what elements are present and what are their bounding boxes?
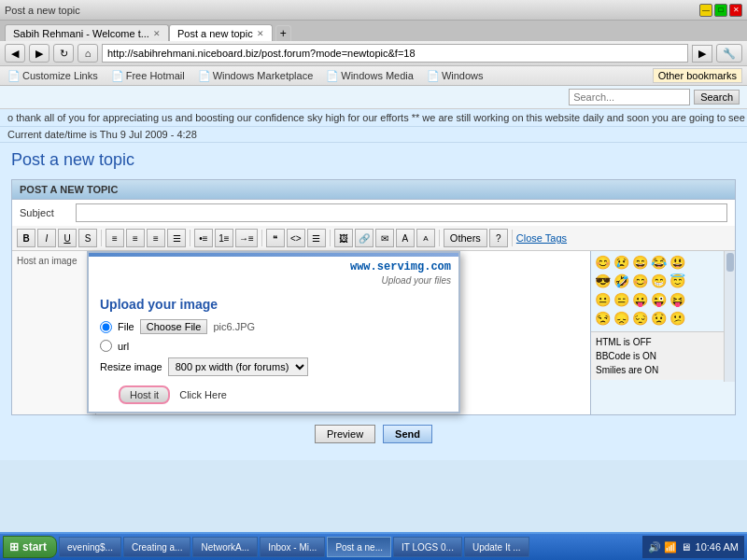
choose-file-btn[interactable]: Choose File	[140, 319, 208, 334]
underline-btn[interactable]: U	[58, 229, 77, 247]
page-search-input[interactable]	[569, 89, 690, 105]
color-btn[interactable]: A	[396, 229, 415, 247]
minimize-btn[interactable]: —	[699, 4, 712, 17]
toolbar-separator-4	[330, 230, 331, 246]
align-right-btn[interactable]: ≡	[147, 229, 165, 247]
smiley-9[interactable]: 😁	[650, 273, 667, 289]
url-btn[interactable]: 🔗	[355, 229, 374, 247]
smiley-5[interactable]: 😃	[669, 254, 685, 271]
italic-btn[interactable]: I	[37, 229, 56, 247]
post-panel-header: POST A NEW TOPIC	[12, 180, 735, 200]
smiley-13[interactable]: 😛	[631, 291, 648, 308]
smilies-status: HTML is OFF BBCode is ON Smilies are ON	[591, 331, 735, 380]
smiley-1[interactable]: 😊	[594, 254, 611, 271]
fav-media-icon: 📄	[326, 70, 339, 82]
toolbar-separator-2	[190, 230, 190, 246]
toolbar-separator-6	[512, 230, 513, 246]
preview-btn[interactable]: Preview	[315, 425, 375, 443]
forward-btn[interactable]: ▶	[29, 44, 49, 63]
home-btn[interactable]: ⌂	[78, 44, 98, 63]
new-tab-btn[interactable]: +	[275, 25, 291, 41]
quote-btn[interactable]: ❝	[266, 229, 285, 247]
tab-2-close[interactable]: ✕	[257, 29, 264, 38]
subject-label: Subject	[20, 207, 76, 218]
url-label[interactable]: url	[118, 341, 129, 352]
help-btn[interactable]: ?	[489, 229, 508, 247]
bold-btn[interactable]: B	[17, 229, 35, 247]
other-bookmarks-label: Other bookmarks	[658, 70, 737, 81]
subject-input[interactable]	[76, 203, 727, 222]
go-btn[interactable]: ▶	[692, 45, 712, 63]
others-btn[interactable]: Others	[444, 229, 487, 247]
url-radio[interactable]	[100, 340, 112, 352]
smiley-3[interactable]: 😄	[631, 254, 648, 271]
browser-tabs: Sabih Rehmani - Welcome t... ✕ Post a ne…	[0, 21, 747, 41]
smiley-7[interactable]: 🤣	[613, 273, 629, 289]
smilies-on-status: Smilies are ON	[596, 363, 730, 377]
browser-titlebar: Post a new topic — □ ✕	[0, 0, 747, 21]
img-btn[interactable]: 🖼	[334, 229, 353, 247]
strikethrough-btn[interactable]: S	[78, 229, 97, 247]
smilies-scrollbar[interactable]	[724, 251, 735, 382]
fav-media[interactable]: 📄 Windows Media	[323, 69, 416, 83]
smilies-scroll-area: 😊 😢 😄 😂 😃 😎 🤣 😊 😁 😇 😐	[591, 251, 735, 331]
code-btn[interactable]: <>	[287, 229, 305, 247]
resize-label: Resize image	[100, 361, 162, 372]
smiley-12[interactable]: 😑	[613, 291, 629, 308]
align-left-btn[interactable]: ≡	[106, 229, 124, 247]
close-tags-btn[interactable]: Close Tags	[516, 232, 567, 244]
maximize-btn[interactable]: □	[714, 4, 727, 17]
file-option: File Choose File pic6.JPG	[100, 319, 447, 334]
smiley-2[interactable]: 😢	[613, 254, 629, 271]
tab-1-label: Sabih Rehmani - Welcome t...	[13, 28, 149, 39]
fav-windows-icon: 📄	[427, 70, 440, 82]
smiley-11[interactable]: 😐	[594, 291, 611, 308]
editor-container: Host an image www.servimg.com Upload you…	[12, 251, 735, 414]
resize-select[interactable]: 800 px width (for forums) 640 px width 4…	[168, 357, 308, 376]
align-center-btn[interactable]: ≡	[126, 229, 145, 247]
scrollbar-thumb	[726, 253, 734, 272]
file-label[interactable]: File	[118, 321, 134, 332]
tab-2[interactable]: Post a new topic ✕	[169, 24, 273, 41]
address-bar[interactable]	[102, 44, 688, 63]
list-number-btn[interactable]: 1≡	[215, 229, 233, 247]
smilies-row-2: 😎 🤣 😊 😁 😇	[594, 273, 732, 289]
smiley-4[interactable]: 😂	[650, 254, 667, 271]
fav-marketplace[interactable]: 📄 Windows Marketplace	[195, 69, 317, 83]
host-btn-row: Host it Click Here	[100, 385, 447, 404]
smiley-8[interactable]: 😊	[631, 273, 648, 289]
html-status: HTML is OFF	[596, 335, 730, 349]
file-radio[interactable]	[100, 321, 112, 333]
smiley-10[interactable]: 😇	[669, 273, 685, 289]
email-btn[interactable]: ✉	[375, 229, 394, 247]
list-bullet-btn[interactable]: •≡	[194, 229, 213, 247]
list3-btn[interactable]: ☰	[307, 229, 326, 247]
smiley-17[interactable]: 😞	[613, 310, 629, 327]
smiley-15[interactable]: 😝	[669, 291, 685, 308]
fav-windows[interactable]: 📄 Windows	[424, 69, 486, 83]
smiley-20[interactable]: 😕	[669, 310, 685, 327]
tab-1[interactable]: Sabih Rehmani - Welcome t... ✕	[5, 24, 169, 41]
host-it-btn[interactable]: Host it	[119, 385, 170, 404]
tab-1-close[interactable]: ✕	[153, 29, 161, 38]
close-btn[interactable]: ✕	[729, 4, 742, 17]
smiley-16[interactable]: 😒	[594, 310, 611, 327]
align-justify-btn[interactable]: ☰	[167, 229, 186, 247]
tools-btn[interactable]: 🔧	[716, 44, 742, 63]
back-btn[interactable]: ◀	[5, 44, 25, 63]
upload-body: Upload your image File Choose File pic6.…	[89, 289, 458, 412]
size-btn[interactable]: A	[416, 229, 435, 247]
fav-hotmail[interactable]: 📄 Free Hotmail	[108, 69, 188, 83]
list-indent-btn[interactable]: →≡	[235, 229, 258, 247]
send-btn[interactable]: Send	[383, 425, 432, 443]
reload-btn[interactable]: ↻	[53, 44, 74, 63]
smilies-panel: 😊 😢 😄 😂 😃 😎 🤣 😊 😁 😇 😐	[590, 251, 735, 414]
fav-customize[interactable]: 📄 Customize Links	[5, 69, 101, 83]
announcement-banner: o thank all of you for appreciating us a…	[0, 109, 747, 127]
smiley-14[interactable]: 😜	[650, 291, 667, 308]
smiley-19[interactable]: 😟	[650, 310, 667, 327]
smiley-18[interactable]: 😔	[631, 310, 648, 327]
page-search-btn[interactable]: Search	[694, 90, 740, 105]
other-bookmarks[interactable]: Other bookmarks	[653, 68, 742, 83]
smiley-6[interactable]: 😎	[594, 273, 611, 289]
